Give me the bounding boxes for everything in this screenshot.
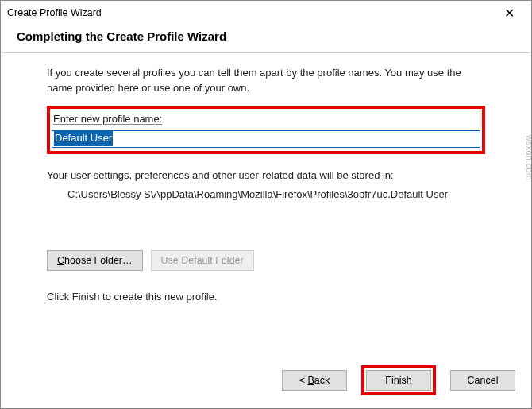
finish-hint: Click Finish to create this new profile. [47, 290, 485, 305]
close-icon: ✕ [504, 6, 515, 21]
cancel-button[interactable]: Cancel [450, 370, 515, 391]
profile-name-value: Default User [54, 131, 113, 146]
folder-buttons-row: Choose Folder… Use Default Folder [47, 250, 485, 271]
use-default-folder-button: Use Default Folder [151, 250, 254, 271]
finish-highlight: Finish [361, 365, 436, 395]
profile-name-label: Enter new profile name: [52, 110, 480, 130]
storage-intro: Your user settings, preferences and othe… [47, 168, 485, 183]
choose-folder-button[interactable]: Choose Folder… [47, 250, 143, 271]
titlebar: Create Profile Wizard ✕ [1, 1, 531, 25]
profile-name-input[interactable]: Default User [52, 130, 480, 148]
content-area: If you create several profiles you can t… [1, 53, 531, 305]
wizard-heading: Completing the Create Profile Wizard [17, 29, 515, 43]
footer-buttons: < Back Finish Cancel [282, 365, 515, 395]
profile-name-highlight: Enter new profile name: Default User [47, 106, 485, 154]
intro-text: If you create several profiles you can t… [47, 66, 485, 96]
watermark-text: wsxdn.com [525, 135, 532, 180]
heading-area: Completing the Create Profile Wizard [1, 25, 531, 52]
close-button[interactable]: ✕ [493, 2, 525, 24]
finish-button[interactable]: Finish [366, 370, 431, 391]
window-title: Create Profile Wizard [7, 7, 493, 18]
wizard-window: Create Profile Wizard ✕ Completing the C… [0, 0, 532, 409]
back-button[interactable]: < Back [282, 370, 347, 391]
storage-path: C:\Users\Blessy S\AppData\Roaming\Mozill… [47, 187, 485, 203]
